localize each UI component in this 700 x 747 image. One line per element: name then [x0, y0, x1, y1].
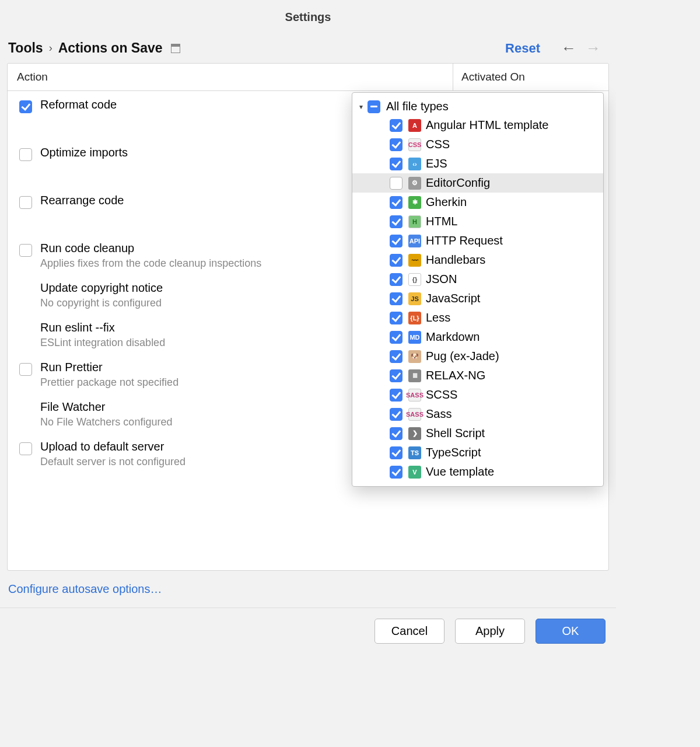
action-checkbox[interactable]	[19, 442, 32, 455]
filetype-item[interactable]: AAngular HTML template	[352, 116, 603, 135]
breadcrumb-current: Actions on Save	[58, 40, 163, 56]
filetype-item[interactable]: {L}Less	[352, 308, 603, 327]
filetype-icon: {L}	[408, 312, 421, 324]
breadcrumb: Tools › Actions on Save	[8, 40, 505, 56]
filetype-checkbox[interactable]	[390, 389, 402, 402]
filetype-checkbox[interactable]	[390, 408, 402, 421]
filetype-icon: ❯	[408, 427, 421, 440]
filetype-item[interactable]: HHTML	[352, 212, 603, 231]
filetype-label: SCSS	[426, 388, 457, 402]
filetype-item[interactable]: ≣RELAX-NG	[352, 366, 603, 385]
filetype-item[interactable]: MDMarkdown	[352, 327, 603, 347]
filetype-label: Less	[426, 311, 450, 324]
filetype-item[interactable]: ⚙EditorConfig	[352, 173, 603, 193]
filetype-item[interactable]: SASSSCSS	[352, 385, 603, 404]
filetype-icon: 🐶	[408, 350, 421, 363]
filetype-label: RELAX-NG	[426, 369, 485, 382]
column-header-action: Action	[8, 64, 453, 90]
filetype-label: TypeScript	[426, 446, 481, 459]
filetype-checkbox[interactable]	[390, 312, 402, 324]
filetype-icon: SASS	[408, 389, 421, 402]
ok-button[interactable]: OK	[536, 619, 606, 644]
filetype-item[interactable]: VVue template	[352, 462, 603, 481]
filetype-item[interactable]: JSJavaScript	[352, 289, 603, 308]
filetype-item[interactable]: 〰Handlebars	[352, 250, 603, 270]
action-checkbox[interactable]	[19, 196, 32, 209]
filetype-checkbox[interactable]	[390, 235, 402, 247]
action-checkbox[interactable]	[19, 363, 32, 376]
filetype-checkbox[interactable]	[390, 446, 402, 459]
action-checkbox[interactable]	[19, 244, 32, 257]
filetype-item[interactable]: SASSSass	[352, 404, 603, 424]
filetype-item[interactable]: TSTypeScript	[352, 443, 603, 462]
filetype-item[interactable]: ❯Shell Script	[352, 424, 603, 443]
window-icon	[171, 44, 180, 53]
filetype-icon: {}	[408, 273, 421, 286]
chevron-right-icon: ›	[49, 42, 52, 54]
filetype-icon: ⚙	[408, 177, 421, 190]
filetype-icon: ≣	[408, 369, 421, 382]
filetype-icon: JS	[408, 292, 421, 305]
filetype-label: HTTP Request	[426, 234, 503, 247]
filetype-checkbox[interactable]	[390, 331, 402, 344]
filetype-checkbox[interactable]	[390, 215, 402, 228]
action-checkbox[interactable]	[19, 100, 32, 113]
cancel-button[interactable]: Cancel	[374, 619, 444, 644]
filetype-icon: ✱	[408, 196, 421, 209]
filetype-checkbox[interactable]	[390, 273, 402, 286]
filetype-icon: ‹›	[408, 158, 421, 170]
filetype-item[interactable]: APIHTTP Request	[352, 231, 603, 250]
filetype-label: Gherkin	[426, 196, 467, 209]
reset-link[interactable]: Reset	[505, 41, 540, 56]
back-arrow-icon[interactable]: ←	[556, 39, 581, 57]
filetype-label: Shell Script	[426, 427, 485, 440]
filetype-item[interactable]: CSSCSS	[352, 135, 603, 154]
filetype-checkbox[interactable]	[390, 196, 402, 209]
action-checkbox[interactable]	[19, 148, 32, 161]
filetype-checkbox[interactable]	[390, 292, 402, 305]
filetype-checkbox[interactable]	[390, 119, 402, 132]
filetype-item[interactable]: {}JSON	[352, 270, 603, 289]
filetype-checkbox[interactable]	[390, 369, 402, 382]
chevron-down-icon[interactable]: ▾	[359, 103, 363, 111]
filetype-label: CSS	[426, 138, 450, 151]
filetype-icon: H	[408, 215, 421, 228]
filetype-checkbox[interactable]	[390, 466, 402, 479]
window-title: Settings	[0, 0, 616, 29]
filetype-item[interactable]: ✱Gherkin	[352, 193, 603, 212]
filetype-checkbox[interactable]	[390, 350, 402, 363]
filetype-label: JSON	[426, 273, 457, 286]
filetype-checkbox[interactable]	[390, 254, 402, 267]
filetype-label: Markdown	[426, 330, 480, 344]
column-header-activated: Activated On	[453, 64, 608, 90]
filetype-label: HTML	[426, 215, 457, 228]
filetype-icon: A	[408, 119, 421, 132]
filetype-checkbox[interactable]	[390, 158, 402, 170]
filetype-item[interactable]: 🐶Pug (ex-Jade)	[352, 347, 603, 366]
filetype-checkbox[interactable]	[390, 427, 402, 440]
filetype-icon: CSS	[408, 138, 421, 151]
all-filetypes-checkbox[interactable]	[368, 100, 380, 113]
dialog-buttons: Cancel Apply OK	[0, 608, 616, 654]
filetype-icon: TS	[408, 446, 421, 459]
filetype-checkbox[interactable]	[390, 138, 402, 151]
filetype-icon: 〰	[408, 254, 421, 267]
filetype-label: Vue template	[426, 465, 494, 479]
filetype-icon: SASS	[408, 408, 421, 421]
header-row: Tools › Actions on Save Reset ← →	[0, 29, 616, 63]
filetype-checkbox[interactable]	[390, 177, 402, 190]
filetype-label: Handlebars	[426, 253, 485, 267]
action-title: Reformat code	[40, 98, 375, 111]
filetype-label: EditorConfig	[426, 176, 490, 190]
filetype-icon: V	[408, 466, 421, 479]
filetype-popup[interactable]: ▾ All file types AAngular HTML templateC…	[352, 92, 604, 487]
breadcrumb-root[interactable]: Tools	[8, 40, 43, 56]
filetype-icon: API	[408, 235, 421, 247]
tree-root[interactable]: ▾ All file types	[352, 97, 603, 116]
actions-table: Action Activated On Reformat codeAll fil…	[7, 63, 609, 571]
filetype-item[interactable]: ‹›EJS	[352, 154, 603, 173]
filetype-label: EJS	[426, 157, 447, 170]
tree-root-label: All file types	[386, 100, 449, 113]
apply-button[interactable]: Apply	[455, 619, 525, 644]
configure-autosave-link[interactable]: Configure autosave options…	[0, 571, 616, 608]
